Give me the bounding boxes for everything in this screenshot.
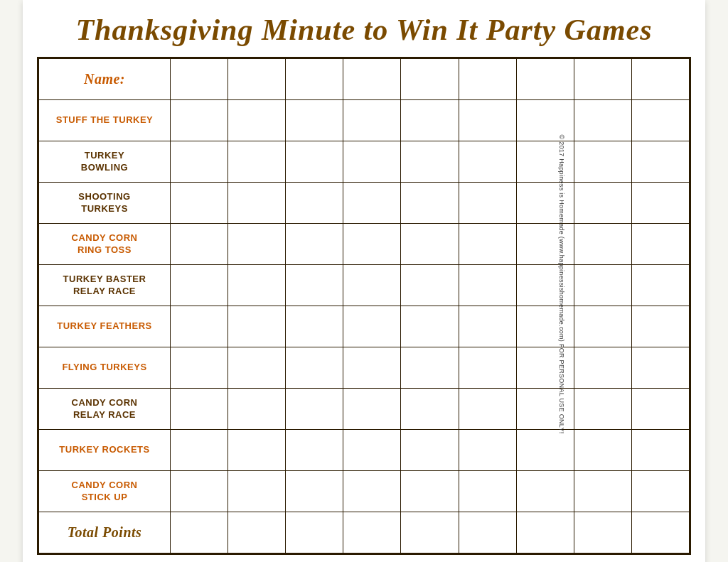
- score-cell[interactable]: [401, 512, 459, 553]
- score-cell[interactable]: [171, 265, 228, 306]
- score-cell[interactable]: [516, 430, 574, 471]
- score-cell[interactable]: [574, 347, 631, 389]
- score-cell[interactable]: [516, 141, 574, 183]
- score-cell[interactable]: [516, 306, 574, 347]
- score-cell[interactable]: [343, 59, 401, 100]
- score-cell[interactable]: [343, 512, 401, 553]
- score-cell[interactable]: [228, 224, 286, 265]
- score-cell[interactable]: [343, 265, 401, 306]
- score-cell[interactable]: [401, 471, 459, 512]
- score-cell[interactable]: [459, 265, 516, 306]
- score-cell[interactable]: [574, 59, 631, 100]
- score-cell[interactable]: [286, 224, 343, 265]
- score-cell[interactable]: [343, 471, 401, 512]
- score-cell[interactable]: [574, 224, 631, 265]
- score-cell[interactable]: [459, 306, 516, 347]
- score-cell[interactable]: [286, 430, 343, 471]
- score-cell[interactable]: [516, 471, 574, 512]
- score-cell[interactable]: [228, 471, 286, 512]
- score-cell[interactable]: [343, 141, 401, 183]
- score-cell[interactable]: [228, 265, 286, 306]
- score-cell[interactable]: [286, 141, 343, 183]
- score-cell[interactable]: [228, 141, 286, 183]
- score-cell[interactable]: [459, 141, 516, 183]
- score-cell[interactable]: [228, 183, 286, 224]
- score-cell[interactable]: [343, 430, 401, 471]
- score-cell[interactable]: [631, 59, 689, 100]
- score-cell[interactable]: [171, 512, 228, 553]
- score-cell[interactable]: [574, 430, 631, 471]
- score-cell[interactable]: [459, 59, 516, 100]
- score-cell[interactable]: [516, 224, 574, 265]
- score-cell[interactable]: [171, 389, 228, 430]
- score-cell[interactable]: [459, 347, 516, 389]
- score-cell[interactable]: [516, 389, 574, 430]
- score-cell[interactable]: [286, 183, 343, 224]
- score-cell[interactable]: [286, 59, 343, 100]
- score-cell[interactable]: [401, 141, 459, 183]
- score-cell[interactable]: [401, 100, 459, 141]
- score-cell[interactable]: [631, 347, 689, 389]
- score-cell[interactable]: [401, 224, 459, 265]
- score-cell[interactable]: [574, 512, 631, 553]
- score-cell[interactable]: [401, 430, 459, 471]
- score-cell[interactable]: [459, 430, 516, 471]
- score-cell[interactable]: [401, 389, 459, 430]
- score-cell[interactable]: [171, 141, 228, 183]
- score-cell[interactable]: [631, 430, 689, 471]
- score-cell[interactable]: [286, 100, 343, 141]
- score-cell[interactable]: [631, 471, 689, 512]
- score-cell[interactable]: [286, 389, 343, 430]
- score-cell[interactable]: [171, 59, 228, 100]
- score-cell[interactable]: [286, 471, 343, 512]
- score-cell[interactable]: [516, 347, 574, 389]
- score-cell[interactable]: [171, 471, 228, 512]
- score-cell[interactable]: [228, 100, 286, 141]
- score-cell[interactable]: [228, 347, 286, 389]
- score-cell[interactable]: [574, 306, 631, 347]
- score-cell[interactable]: [516, 100, 574, 141]
- score-cell[interactable]: [228, 389, 286, 430]
- score-cell[interactable]: [516, 265, 574, 306]
- score-cell[interactable]: [286, 347, 343, 389]
- score-cell[interactable]: [574, 141, 631, 183]
- score-cell[interactable]: [343, 306, 401, 347]
- score-cell[interactable]: [631, 265, 689, 306]
- score-cell[interactable]: [171, 224, 228, 265]
- score-cell[interactable]: [631, 141, 689, 183]
- score-cell[interactable]: [171, 306, 228, 347]
- score-cell[interactable]: [286, 306, 343, 347]
- score-cell[interactable]: [401, 265, 459, 306]
- score-cell[interactable]: [228, 59, 286, 100]
- score-cell[interactable]: [228, 306, 286, 347]
- score-cell[interactable]: [459, 100, 516, 141]
- score-cell[interactable]: [459, 471, 516, 512]
- score-cell[interactable]: [574, 100, 631, 141]
- score-cell[interactable]: [343, 183, 401, 224]
- score-cell[interactable]: [228, 430, 286, 471]
- score-cell[interactable]: [286, 265, 343, 306]
- score-cell[interactable]: [516, 512, 574, 553]
- score-cell[interactable]: [343, 347, 401, 389]
- score-cell[interactable]: [574, 389, 631, 430]
- score-cell[interactable]: [631, 224, 689, 265]
- score-cell[interactable]: [574, 265, 631, 306]
- score-cell[interactable]: [631, 183, 689, 224]
- score-cell[interactable]: [401, 347, 459, 389]
- score-cell[interactable]: [228, 512, 286, 553]
- score-cell[interactable]: [574, 183, 631, 224]
- score-cell[interactable]: [343, 100, 401, 141]
- score-cell[interactable]: [171, 100, 228, 141]
- score-cell[interactable]: [516, 183, 574, 224]
- score-cell[interactable]: [459, 224, 516, 265]
- score-cell[interactable]: [516, 59, 574, 100]
- score-cell[interactable]: [631, 389, 689, 430]
- score-cell[interactable]: [631, 512, 689, 553]
- score-cell[interactable]: [343, 389, 401, 430]
- score-cell[interactable]: [171, 347, 228, 389]
- score-cell[interactable]: [631, 306, 689, 347]
- score-cell[interactable]: [574, 471, 631, 512]
- score-cell[interactable]: [459, 183, 516, 224]
- score-cell[interactable]: [459, 512, 516, 553]
- score-cell[interactable]: [459, 389, 516, 430]
